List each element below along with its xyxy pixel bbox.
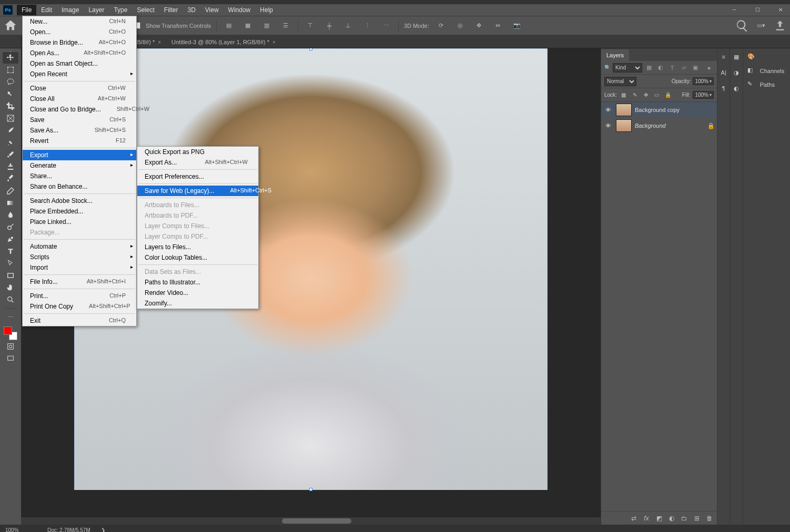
menu-item-close-all[interactable]: Close AllAlt+Ctrl+W xyxy=(23,94,136,104)
filter-adjust-icon[interactable]: ◐ xyxy=(656,63,665,73)
align-center-h-icon[interactable]: ▦ xyxy=(241,19,255,33)
adjustment-layer-icon[interactable]: ◐ xyxy=(667,515,676,522)
lock-position-icon[interactable]: ✥ xyxy=(642,91,650,99)
3d-camera-icon[interactable]: 📷 xyxy=(510,19,524,33)
align-left-icon[interactable]: ▤ xyxy=(222,19,236,33)
link-layers-icon[interactable]: ⇄ xyxy=(630,515,638,522)
lock-pixels-icon[interactable]: ▦ xyxy=(620,91,628,99)
close-tab-icon[interactable]: × xyxy=(158,39,161,45)
menu-item-quick-export-as-png[interactable]: Quick Export as PNG xyxy=(137,147,258,157)
align-top-icon[interactable]: ⊤ xyxy=(303,19,317,33)
filter-image-icon[interactable]: ▦ xyxy=(644,63,654,73)
more-align-icon[interactable]: ⋯ xyxy=(379,19,393,33)
menu-window[interactable]: Window xyxy=(224,5,256,15)
menu-item-import[interactable]: Import xyxy=(23,262,136,273)
menu-filter[interactable]: Filter xyxy=(159,5,183,15)
menu-item-automate[interactable]: Automate xyxy=(23,241,136,252)
menu-select[interactable]: Select xyxy=(132,5,159,15)
layer-row[interactable]: 👁Background copy xyxy=(601,102,717,118)
edit-toolbar-icon[interactable]: ⋯ xyxy=(3,311,18,323)
filter-toggle[interactable]: ● xyxy=(704,63,714,73)
dodge-tool[interactable] xyxy=(3,221,18,233)
quick-select-tool[interactable] xyxy=(3,88,18,100)
menu-item-export[interactable]: Export xyxy=(23,150,136,160)
move-tool[interactable] xyxy=(3,52,18,64)
color-swatches[interactable] xyxy=(4,326,17,340)
workspace-icon[interactable]: ▭▾ xyxy=(754,19,768,33)
layer-name[interactable]: Background xyxy=(635,122,704,129)
3d-orbit-icon[interactable]: ⟳ xyxy=(434,19,448,33)
menu-item-open-recent[interactable]: Open Recent xyxy=(23,69,136,79)
menu-item-export-as[interactable]: Export As...Alt+Shift+Ctrl+W xyxy=(137,157,258,168)
menu-item-file-info[interactable]: File Info...Alt+Shift+Ctrl+I xyxy=(23,277,136,287)
layer-visibility-icon[interactable]: 👁 xyxy=(603,107,613,113)
swatches-icon[interactable]: ▦ xyxy=(731,52,742,62)
adjustments-icon[interactable]: ◑ xyxy=(731,67,742,78)
hand-tool[interactable] xyxy=(3,282,18,293)
zoom-level[interactable]: 100% xyxy=(5,527,37,533)
home-icon[interactable] xyxy=(3,18,18,33)
lock-all-icon[interactable]: 🔒 xyxy=(664,91,672,99)
menu-item-place-linked[interactable]: Place Linked... xyxy=(23,217,136,227)
menu-item-place-embedded[interactable]: Place Embedded... xyxy=(23,206,136,217)
share-icon[interactable] xyxy=(773,19,787,33)
gradient-tool[interactable] xyxy=(3,197,18,209)
menu-type[interactable]: Type xyxy=(109,5,132,15)
fill-value[interactable]: 100% ▾ xyxy=(693,91,714,99)
align-right-icon[interactable]: ▥ xyxy=(260,19,274,33)
menu-item-generate[interactable]: Generate xyxy=(23,160,136,171)
eyedropper-tool[interactable] xyxy=(3,125,18,136)
lock-artboard-icon[interactable]: ▭ xyxy=(653,91,661,99)
character-icon[interactable]: A| xyxy=(718,67,729,78)
menu-item-share-on-behance[interactable]: Share on Behance... xyxy=(23,181,136,192)
transform-handle-top[interactable] xyxy=(309,48,312,50)
3d-roll-icon[interactable]: ◎ xyxy=(453,19,467,33)
horizontal-scrollbar[interactable] xyxy=(21,517,601,525)
menu-item-scripts[interactable]: Scripts xyxy=(23,252,136,262)
menu-item-revert[interactable]: RevertF12 xyxy=(23,136,136,146)
scrollbar-thumb[interactable] xyxy=(282,518,351,524)
paths-panel-button[interactable]: ✎Paths xyxy=(743,78,790,91)
type-tool[interactable] xyxy=(3,245,18,257)
3d-pan-icon[interactable]: ✥ xyxy=(472,19,486,33)
menu-item-save-for-web-legacy[interactable]: Save for Web (Legacy)...Alt+Shift+Ctrl+S xyxy=(137,186,258,196)
menu-item-save[interactable]: SaveCtrl+S xyxy=(23,115,136,125)
menu-item-close-and-go-to-bridge[interactable]: Close and Go to Bridge...Shift+Ctrl+W xyxy=(23,104,136,115)
distribute-icon[interactable]: ☰ xyxy=(279,19,292,33)
marquee-tool[interactable] xyxy=(3,64,18,76)
distribute-v-icon[interactable]: ⋮ xyxy=(360,19,374,33)
status-arrow-icon[interactable]: ❯ xyxy=(101,527,105,533)
path-select-tool[interactable] xyxy=(3,258,18,269)
menu-3d[interactable]: 3D xyxy=(183,5,200,15)
healing-tool[interactable] xyxy=(3,137,18,148)
layers-tab[interactable]: Layers xyxy=(601,49,629,61)
menu-item-print[interactable]: Print...Ctrl+P xyxy=(23,291,136,301)
quick-mask-icon[interactable] xyxy=(3,341,18,352)
menu-item-zoomify[interactable]: Zoomify... xyxy=(137,298,258,309)
properties-icon[interactable]: ≡ xyxy=(718,52,729,62)
zoom-tool[interactable] xyxy=(3,294,18,305)
pen-tool[interactable] xyxy=(3,233,18,245)
menu-item-color-lookup-tables[interactable]: Color Lookup Tables... xyxy=(137,252,258,263)
layer-mask-icon[interactable]: ◩ xyxy=(655,515,663,522)
search-icon[interactable] xyxy=(735,19,749,33)
lock-brush-icon[interactable]: ✎ xyxy=(631,91,639,99)
align-center-v-icon[interactable]: ╪ xyxy=(322,19,336,33)
menu-item-save-as[interactable]: Save As...Shift+Ctrl+S xyxy=(23,125,136,136)
maximize-button[interactable]: ☐ xyxy=(750,4,765,15)
foreground-color-swatch[interactable] xyxy=(4,326,12,335)
crop-tool[interactable] xyxy=(3,100,18,112)
menu-file[interactable]: File xyxy=(17,5,36,15)
blend-mode-select[interactable]: Normal xyxy=(604,77,636,86)
menu-item-export-preferences[interactable]: Export Preferences... xyxy=(137,171,258,182)
eraser-tool[interactable] xyxy=(3,185,18,197)
transform-handle-bottom[interactable] xyxy=(309,488,312,491)
menu-image[interactable]: Image xyxy=(57,5,84,15)
align-bottom-icon[interactable]: ⊥ xyxy=(341,19,355,33)
brush-tool[interactable] xyxy=(3,149,18,160)
menu-item-render-video[interactable]: Render Video... xyxy=(137,288,258,298)
document-tab[interactable]: Untitled-3 @ 80% (Layer 1, RGB/8#) *× xyxy=(166,36,281,48)
filter-smart-icon[interactable]: ▣ xyxy=(691,63,700,73)
layer-fx-icon[interactable]: fx xyxy=(642,515,651,522)
filter-type-icon[interactable]: T xyxy=(667,63,677,73)
